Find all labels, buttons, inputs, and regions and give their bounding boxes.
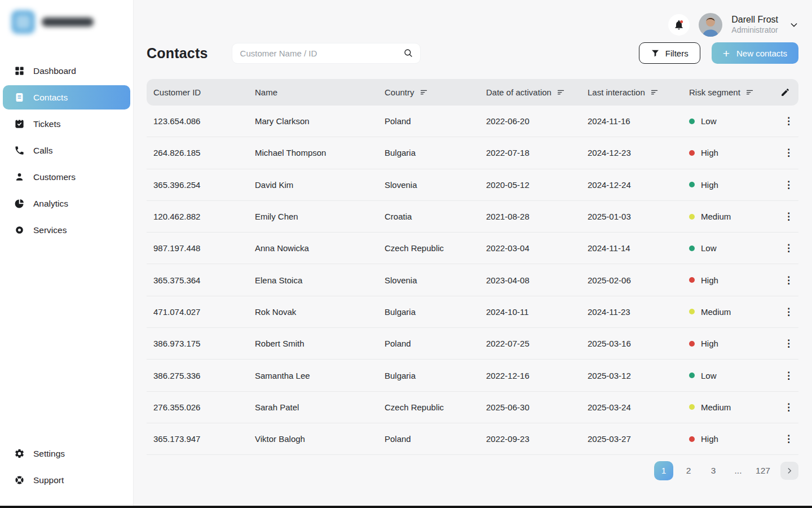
row-menu-button[interactable]: ⋮ [780, 146, 797, 160]
column-name: Name [255, 87, 385, 97]
row-menu-button[interactable]: ⋮ [780, 305, 797, 319]
user-role: Administrator [731, 25, 778, 36]
row-menu-button[interactable]: ⋮ [780, 432, 797, 446]
new-contacts-button[interactable]: + New contacts [712, 42, 798, 64]
page-header: Contacts Filters + New contacts [147, 42, 798, 64]
search-input[interactable] [240, 49, 403, 58]
sidebar-item-label: Contacts [33, 93, 68, 103]
table-row: 386.973.175 Robert Smith Poland 2022-07-… [147, 328, 798, 360]
life-buoy-icon [14, 475, 25, 485]
cell-customer-id: 120.462.882 [153, 212, 255, 221]
sidebar-item-analytics[interactable]: Analytics [3, 191, 130, 216]
cell-risk-segment: Low [689, 243, 779, 253]
contacts-icon [14, 92, 25, 103]
row-menu-button[interactable]: ⋮ [780, 209, 797, 224]
table-row: 365.396.254 David Kim Slovenia 2020-05-1… [147, 169, 798, 201]
cell-actions: ⋮ [779, 305, 798, 319]
filters-label: Filters [665, 49, 689, 58]
cell-risk-segment: High [689, 434, 779, 444]
row-menu-button[interactable]: ⋮ [780, 400, 797, 414]
sidebar-item-label: Tickets [33, 119, 61, 129]
table-row: 365.375.364 Elena Stoica Slovenia 2023-0… [147, 264, 798, 296]
sidebar-item-dashboard[interactable]: Dashboard [3, 59, 130, 83]
cell-actions: ⋮ [779, 400, 798, 414]
main-content: Darell Frost Administrator Contacts Filt… [134, 0, 812, 508]
cell-last-interaction: 2025-01-03 [588, 212, 689, 221]
avatar-photo [699, 13, 722, 37]
row-menu-button[interactable]: ⋮ [780, 273, 797, 287]
cell-country: Slovenia [385, 180, 486, 190]
edit-columns-button[interactable] [779, 87, 798, 97]
search-icon[interactable] [403, 48, 413, 58]
risk-label: Medium [701, 307, 731, 317]
page-number[interactable]: 2 [679, 461, 698, 480]
risk-dot [689, 436, 695, 442]
cell-actions: ⋮ [779, 178, 798, 192]
cell-actions: ⋮ [779, 209, 798, 224]
sort-icon[interactable] [745, 88, 754, 97]
sidebar-item-contacts[interactable]: Contacts [3, 85, 130, 110]
sidebar-nav: Dashboard Contacts Tickets Calls Custome… [0, 59, 133, 242]
dashboard-icon [14, 65, 25, 76]
filters-button[interactable]: Filters [639, 42, 700, 64]
sidebar-item-support[interactable]: Support [3, 468, 130, 492]
cell-country: Slovenia [385, 275, 486, 285]
avatar[interactable] [699, 13, 722, 37]
sort-icon[interactable] [557, 88, 565, 97]
row-menu-button[interactable]: ⋮ [780, 178, 797, 192]
cell-date-of-activation: 2022-07-25 [486, 339, 588, 348]
chevron-down-icon[interactable] [789, 20, 798, 29]
cell-risk-segment: Medium [689, 307, 779, 317]
cell-country: Poland [385, 339, 486, 348]
sort-icon[interactable] [420, 88, 428, 97]
row-menu-button[interactable]: ⋮ [780, 336, 797, 351]
cell-name: Emily Chen [255, 212, 385, 221]
sidebar-item-label: Settings [33, 449, 65, 459]
row-menu-button[interactable]: ⋮ [780, 369, 797, 383]
risk-label: Low [701, 116, 717, 126]
sidebar-item-settings[interactable]: Settings [3, 441, 130, 466]
cell-date-of-activation: 2022-07-18 [486, 148, 588, 157]
row-menu-button[interactable]: ⋮ [780, 114, 797, 128]
page-numbers: 123...127 [654, 461, 773, 480]
sort-icon[interactable] [650, 88, 659, 97]
cell-customer-id: 264.826.185 [153, 148, 255, 157]
cell-last-interaction: 2024-12-23 [588, 148, 689, 157]
page-number[interactable]: 1 [654, 461, 673, 480]
column-risk-segment: Risk segment [689, 87, 779, 97]
cell-customer-id: 386.275.336 [153, 371, 255, 380]
pagination: 123...127 [147, 461, 798, 480]
row-menu-button[interactable]: ⋮ [780, 241, 797, 255]
cell-name: Sarah Patel [255, 402, 385, 412]
bottom-edge-bar [0, 506, 812, 508]
table-row: 123.654.086 Mary Clarkson Poland 2022-06… [147, 106, 798, 137]
risk-dot [689, 309, 695, 314]
cell-customer-id: 386.973.175 [153, 339, 255, 348]
notifications-button[interactable] [668, 14, 690, 36]
sidebar-item-calls[interactable]: Calls [3, 138, 130, 163]
column-last-interaction: Last interaction [588, 87, 689, 97]
sidebar-item-services[interactable]: Services [3, 218, 130, 242]
cell-country: Czech Republic [385, 243, 486, 253]
sidebar-item-label: Calls [33, 146, 52, 156]
cell-actions: ⋮ [779, 369, 798, 383]
contacts-table: Customer ID Name Country Date of activat… [147, 79, 798, 455]
table-row: 987.197.448 Anna Nowicka Czech Republic … [147, 233, 798, 264]
sidebar-item-tickets[interactable]: Tickets [3, 112, 130, 136]
sidebar-item-customers[interactable]: Customers [3, 165, 130, 189]
person-icon [14, 172, 25, 182]
cell-risk-segment: High [689, 180, 779, 190]
column-country: Country [385, 87, 486, 97]
cell-country: Poland [385, 116, 486, 126]
cell-risk-segment: High [689, 148, 779, 157]
sidebar-bottom-nav: Settings Support [0, 441, 133, 492]
page-number[interactable]: 3 [704, 461, 723, 480]
page-number[interactable]: 127 [753, 461, 773, 480]
table-row: 120.462.882 Emily Chen Croatia 2021-08-2… [147, 201, 798, 233]
next-page-button[interactable] [780, 462, 798, 480]
cell-date-of-activation: 2022-03-04 [486, 243, 588, 253]
cell-name: Elena Stoica [255, 275, 385, 285]
app-logo [0, 10, 133, 34]
cell-last-interaction: 2025-02-06 [588, 275, 689, 285]
page-title: Contacts [147, 45, 208, 62]
